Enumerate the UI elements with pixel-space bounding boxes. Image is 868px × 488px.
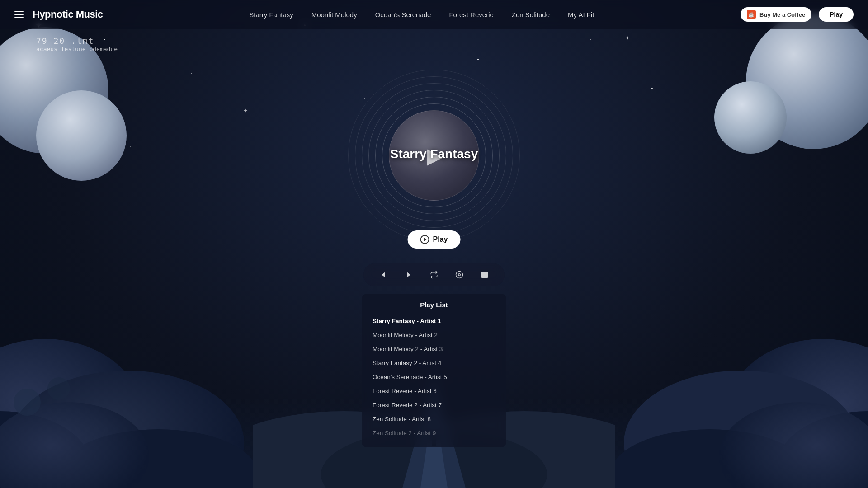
coffee-icon: ☕ — [747, 10, 756, 19]
svg-point-21 — [456, 272, 463, 278]
counter-unit: .lmt — [71, 36, 94, 46]
player-container: ▶ Starry Fantasy Play — [348, 70, 520, 447]
repeat-button[interactable] — [427, 267, 441, 282]
nav-oceans-serenade[interactable]: Ocean's Serenade — [375, 11, 431, 19]
disc-wrapper: ▶ Starry Fantasy Play — [348, 70, 520, 241]
playlist-item-8[interactable]: Zen Solitude 2 - Artist 9 — [362, 426, 506, 440]
svg-rect-23 — [481, 272, 488, 278]
app-logo: Hypnotic Music — [33, 9, 103, 20]
buy-coffee-label: Buy Me a Coffee — [760, 11, 805, 18]
playlist-item-7[interactable]: Zen Solitude - Artist 8 — [362, 412, 506, 426]
play-circle-icon — [420, 235, 429, 244]
record-button[interactable] — [452, 267, 467, 282]
counter-value: 79 20 .lmt — [36, 36, 118, 46]
navbar-left: Hypnotic Music — [14, 9, 103, 20]
counter-subtitle: acaeus festune pdemadue — [36, 46, 118, 52]
playlist-item-1[interactable]: Moonlit Melody - Artist 2 — [362, 328, 506, 342]
svg-point-22 — [458, 274, 461, 276]
playlist-container: Play List Starry Fantasy - Artist 1 Moon… — [362, 294, 506, 447]
counter-number: 79 20 — [36, 36, 65, 46]
navbar: Hypnotic Music Starry Fantasy Moonlit Me… — [0, 0, 868, 29]
nav-starry-fantasy[interactable]: Starry Fantasy — [249, 11, 293, 19]
next-button[interactable] — [401, 267, 416, 282]
prev-button[interactable] — [376, 267, 391, 282]
hamburger-menu[interactable] — [14, 11, 24, 18]
stop-button[interactable] — [477, 267, 492, 282]
main-play-label: Play — [433, 235, 448, 244]
nav-my-ai-fit[interactable]: My AI Fit — [568, 11, 594, 19]
controls-bar — [363, 263, 505, 286]
buy-coffee-button[interactable]: ☕ Buy Me a Coffee — [741, 7, 811, 22]
main-content: ▶ Starry Fantasy Play — [0, 29, 868, 488]
main-play-button[interactable]: Play — [408, 230, 461, 249]
svg-marker-19 — [382, 272, 385, 277]
nav-forest-reverie[interactable]: Forest Reverie — [449, 11, 493, 19]
nav-moonlit-melody[interactable]: Moonlit Melody — [311, 11, 357, 19]
playlist-title: Play List — [362, 301, 506, 309]
playlist-item-5[interactable]: Forest Reverie - Artist 6 — [362, 384, 506, 398]
playlist-item-4[interactable]: Ocean's Serenade - Artist 5 — [362, 370, 506, 384]
top-play-button[interactable]: Play — [819, 7, 854, 22]
playlist-item-3[interactable]: Starry Fantasy 2 - Artist 4 — [362, 356, 506, 370]
nav-zen-solitude[interactable]: Zen Solitude — [512, 11, 550, 19]
playlist-item-2[interactable]: Moonlit Melody 2 - Artist 3 — [362, 342, 506, 356]
navbar-right: ☕ Buy Me a Coffee Play — [741, 7, 854, 22]
navbar-center: Starry Fantasy Moonlit Melody Ocean's Se… — [249, 11, 594, 19]
playlist-item-6[interactable]: Forest Reverie 2 - Artist 7 — [362, 398, 506, 412]
counter-display: 79 20 .lmt acaeus festune pdemadue — [36, 36, 118, 52]
playlist-item-0[interactable]: Starry Fantasy - Artist 1 — [362, 314, 506, 328]
svg-marker-20 — [407, 272, 410, 277]
track-title-disc: Starry Fantasy — [366, 147, 502, 161]
